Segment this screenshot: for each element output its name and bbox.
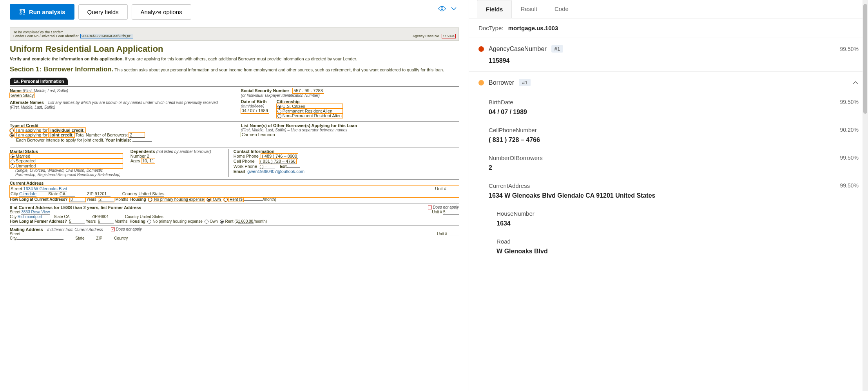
field-agency-case-number[interactable]: AgencyCaseNumber #1 99.50% 115894 — [469, 38, 868, 71]
subfield-road[interactable]: Road W Glenoaks Blvd — [469, 233, 868, 260]
f-radio-rent — [220, 220, 224, 224]
ssn-value: 557 - 99 - 7283 — [293, 88, 324, 93]
state-val: CA — [60, 191, 75, 196]
subfield-value: 2 — [489, 164, 859, 171]
agency-label: Agency Case No. — [413, 34, 440, 38]
m-state-label: State — [75, 236, 84, 240]
subfield-value: W Glenoaks Blvd — [497, 248, 859, 255]
street-val: 1634 W Glenoaks Blvd — [23, 186, 67, 191]
query-fields-button[interactable]: Query fields — [78, 4, 128, 20]
subfield-confidence: 99.50% — [840, 155, 859, 161]
f-rent-amt: 1,600.00 — [238, 219, 254, 224]
city-val: Glendale — [19, 191, 36, 196]
toc-indiv2: individual credit. — [49, 128, 85, 133]
f-months-label: Months — [115, 219, 128, 224]
subfield-name: BirthDate — [489, 99, 513, 105]
subfield-birthdate[interactable]: BirthDate 99.50% 04 / 07 / 1989 — [469, 93, 868, 121]
toc-joint: I am applying for — [15, 133, 48, 137]
subfield-confidence: 99.50% — [840, 99, 859, 105]
f-zip-val: 94804 — [98, 215, 113, 219]
f-radio-own — [205, 220, 208, 224]
chevron-down-icon[interactable] — [451, 7, 457, 11]
months-label: Months — [115, 197, 128, 202]
radio-joint-credit — [10, 133, 14, 137]
work-phone-label: Work Phone — [234, 164, 257, 169]
country-val: United States — [138, 191, 164, 196]
chevron-up-icon[interactable] — [852, 80, 859, 86]
name-note: (First, Middle, Last, Suffix) — [23, 89, 68, 93]
current-address-label: Current Address — [10, 179, 459, 185]
f-housing-label: Housing — [130, 219, 145, 224]
marital-label: Marital Status — [10, 149, 123, 154]
f-country-val: United States — [140, 215, 163, 219]
ssn-label: Social Security Number — [241, 88, 290, 93]
m-unit-label: Unit # — [437, 232, 447, 236]
subfield-value: 1634 W Glenoaks Blvd Glendale CA 91201 U… — [489, 192, 859, 199]
f-street-val: 3533 Rosa View — [21, 210, 50, 215]
f-unit-val: 5 — [443, 210, 459, 215]
doctype-label: DocType: — [478, 25, 503, 31]
subfield-cellphone[interactable]: CellPhoneNumber 90.20% ( 831 ) 728 – 476… — [469, 121, 868, 149]
run-analysis-button[interactable]: Run analysis — [10, 4, 74, 20]
subfield-value: 04 / 07 / 1989 — [489, 109, 859, 116]
dep-label: Dependents — [130, 149, 155, 154]
f-state-val: CA — [64, 215, 80, 219]
street-label: Street — [11, 186, 22, 191]
marital-note: (Single, Divorced, Widowed, Civil Union,… — [15, 168, 123, 177]
subfield-numberofborrowers[interactable]: NumberOfBorrowers 99.50% 2 — [469, 149, 868, 177]
initials-line — [132, 141, 152, 142]
dep-ages-val: 10, 11 — [141, 158, 155, 163]
marital-separated: Separated — [16, 158, 36, 163]
dot-icon — [478, 46, 484, 52]
checkbox-dna-mailing: ✓ — [111, 227, 115, 231]
svg-rect-1 — [24, 9, 25, 11]
borrower-name: Gwen Stacy — [10, 93, 34, 98]
dna-mailing: Does not apply — [116, 227, 142, 231]
rent-amt — [243, 200, 263, 201]
tab-fields[interactable]: Fields — [477, 0, 512, 18]
scrollbar-thumb[interactable] — [863, 4, 867, 114]
f-street-label: Street — [10, 210, 20, 214]
scan-icon — [19, 8, 26, 15]
tab-1a: 1a. Personal Information — [10, 78, 68, 85]
loan-no-value: 265Fs6fAZ2H4984Gs4f23fhQ81 — [81, 34, 133, 38]
ext-val — [288, 167, 300, 168]
subfield-housenumber[interactable]: HouseNumber 1634 — [469, 205, 868, 233]
cell-phone-label: Cell Phone — [234, 159, 255, 164]
tab-result[interactable]: Result — [512, 0, 546, 18]
former-label: If at Current Address for LESS than 2 ye… — [10, 205, 141, 210]
analyze-options-button[interactable]: Analyze options — [132, 4, 191, 20]
toc-initials: Each Borrower intends to apply for joint… — [16, 138, 105, 142]
toc-joint2: joint credit. — [49, 133, 74, 137]
housing-rent: Rent ($ — [229, 197, 243, 202]
m-country-label: Country — [114, 236, 128, 240]
f-state-label: State — [54, 215, 63, 219]
subfield-value: 1634 — [497, 220, 859, 227]
subfield-currentaddress[interactable]: CurrentAddress 99.50% 1634 W Glenoaks Bl… — [469, 177, 868, 205]
marital-married: Married — [16, 154, 30, 158]
toc-total-val: 2 — [129, 133, 145, 138]
doctype-value: mortgage.us.1003 — [508, 25, 558, 31]
fields-list[interactable]: AgencyCaseNumber #1 99.50% 115894 Borrow… — [469, 38, 868, 391]
marital-unmarried: Unmarried — [16, 164, 36, 168]
unit-val — [446, 190, 458, 190]
dep-ages-label: Ages — [130, 158, 140, 163]
cell-phone-val: ( 831 ) 728 – 4766 — [259, 159, 296, 164]
tab-code[interactable]: Code — [546, 0, 577, 18]
dob-label: Date of Birth — [241, 99, 269, 104]
toc-total-label: Total Number of Borrowers: — [74, 133, 128, 137]
section-1-desc: This section asks about your personal in… — [114, 67, 444, 72]
subfield-confidence: 99.50% — [840, 182, 859, 189]
subfield-name: NumberOfBorrowers — [489, 155, 543, 161]
unit-label: Unit # — [435, 186, 446, 191]
scrollbar[interactable] — [863, 0, 868, 391]
field-borrower[interactable]: Borrower #1 — [469, 71, 868, 93]
dob-note: (mm/dd/yyyy) — [241, 104, 269, 108]
list-names-label: List Name(s) of Other Borrower(s) Applyi… — [241, 123, 459, 128]
m-street-val — [20, 235, 99, 235]
eye-icon[interactable] — [438, 6, 446, 11]
document-preview-panel: Run analysis Query fields Analyze option… — [0, 0, 469, 391]
subfield-name: Road — [497, 238, 859, 245]
country-label: Country — [122, 191, 138, 196]
field-tag: #1 — [519, 79, 531, 86]
